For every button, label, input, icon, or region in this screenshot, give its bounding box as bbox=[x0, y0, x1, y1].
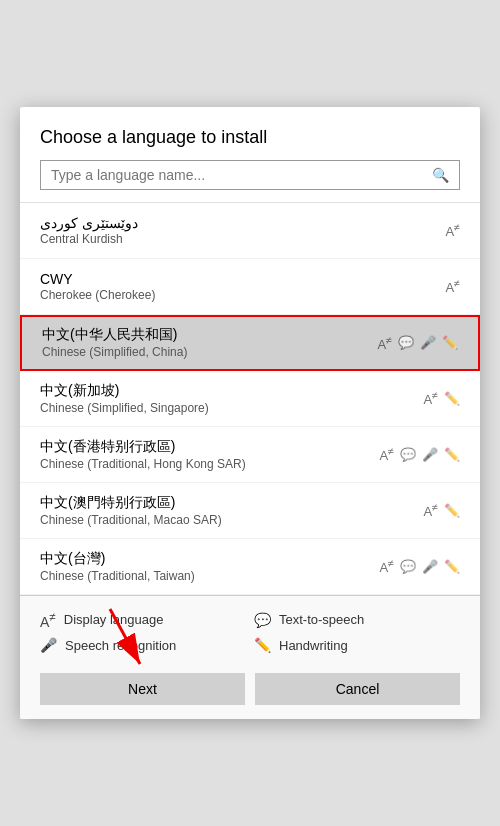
lang-name: CWY bbox=[40, 271, 445, 287]
legend-area: A≠ Display language 💬 Text-to-speech 🎤 S… bbox=[20, 595, 480, 664]
lang-text: 中文(澳門特别行政區) Chinese (Traditional, Macao … bbox=[40, 494, 423, 527]
legend-grid: A≠ Display language 💬 Text-to-speech 🎤 S… bbox=[40, 610, 460, 654]
speech-recognition-legend-icon: 🎤 bbox=[40, 637, 57, 653]
handwriting-icon: ✏️ bbox=[444, 391, 460, 406]
lang-text: 中文(台灣) Chinese (Traditional, Taiwan) bbox=[40, 550, 379, 583]
handwriting-label: Handwriting bbox=[279, 638, 348, 653]
lang-icons: A≠ 💬 🎤 ✏️ bbox=[379, 445, 460, 463]
lang-subname: Cherokee (Cherokee) bbox=[40, 288, 445, 302]
text-to-speech-icon: 💬 bbox=[400, 559, 416, 574]
lang-text: 中文(中华人民共和国) Chinese (Simplified, China) bbox=[42, 326, 377, 359]
list-item[interactable]: 中文(新加坡) Chinese (Simplified, Singapore) … bbox=[20, 371, 480, 427]
list-item[interactable]: 中文(澳門特别行政區) Chinese (Traditional, Macao … bbox=[20, 483, 480, 539]
speech-recognition-label: Speech recognition bbox=[65, 638, 176, 653]
lang-name: دوێستێری کوردی bbox=[40, 215, 445, 231]
display-language-icon: A≠ bbox=[445, 277, 460, 295]
handwriting-legend-icon: ✏️ bbox=[254, 637, 271, 653]
display-language-icon: A≠ bbox=[423, 389, 438, 407]
lang-name: 中文(台灣) bbox=[40, 550, 379, 568]
lang-subname: Central Kurdish bbox=[40, 232, 445, 246]
lang-text: 中文(香港特别行政區) Chinese (Traditional, Hong K… bbox=[40, 438, 379, 471]
text-to-speech-legend-icon: 💬 bbox=[254, 612, 271, 628]
lang-text: CWY Cherokee (Cherokee) bbox=[40, 271, 445, 302]
list-item[interactable]: CWY Cherokee (Cherokee) A≠ bbox=[20, 259, 480, 315]
lang-icons: A≠ 💬 🎤 ✏️ bbox=[379, 557, 460, 575]
list-item-selected[interactable]: 中文(中华人民共和国) Chinese (Simplified, China) … bbox=[20, 315, 480, 371]
search-box[interactable]: 🔍 bbox=[40, 160, 460, 190]
display-language-legend-icon: A≠ bbox=[40, 610, 56, 630]
lang-text: 中文(新加坡) Chinese (Simplified, Singapore) bbox=[40, 382, 423, 415]
lang-subname: Chinese (Traditional, Macao SAR) bbox=[40, 513, 423, 527]
handwriting-icon: ✏️ bbox=[444, 447, 460, 462]
language-list: دوێستێری کوردی Central Kurdish A≠ CWY Ch… bbox=[20, 202, 480, 595]
legend-display-language: A≠ Display language bbox=[40, 610, 246, 630]
list-item[interactable]: 中文(台灣) Chinese (Traditional, Taiwan) A≠ … bbox=[20, 539, 480, 595]
lang-subname: Chinese (Simplified, China) bbox=[42, 345, 377, 359]
lang-subname: Chinese (Traditional, Hong Kong SAR) bbox=[40, 457, 379, 471]
display-language-icon: A≠ bbox=[423, 501, 438, 519]
display-language-label: Display language bbox=[64, 612, 164, 627]
handwriting-icon: ✏️ bbox=[444, 559, 460, 574]
lang-icons: A≠ bbox=[445, 277, 460, 295]
language-install-dialog: Choose a language to install 🔍 دوێستێری … bbox=[20, 107, 480, 720]
button-row: Next Cancel bbox=[20, 663, 480, 719]
lang-name: 中文(澳門特别行政區) bbox=[40, 494, 423, 512]
text-to-speech-icon: 💬 bbox=[398, 335, 414, 350]
lang-subname: Chinese (Traditional, Taiwan) bbox=[40, 569, 379, 583]
list-item[interactable]: 中文(香港特别行政區) Chinese (Traditional, Hong K… bbox=[20, 427, 480, 483]
next-button[interactable]: Next bbox=[40, 673, 245, 705]
lang-icons: A≠ ✏️ bbox=[423, 501, 460, 519]
speech-recognition-icon: 🎤 bbox=[422, 447, 438, 462]
text-to-speech-label: Text-to-speech bbox=[279, 612, 364, 627]
dialog-title: Choose a language to install bbox=[40, 127, 460, 148]
lang-icons: A≠ ✏️ bbox=[423, 389, 460, 407]
display-language-icon: A≠ bbox=[379, 557, 394, 575]
legend-handwriting: ✏️ Handwriting bbox=[254, 637, 460, 653]
lang-name: 中文(中华人民共和国) bbox=[42, 326, 377, 344]
lang-subname: Chinese (Simplified, Singapore) bbox=[40, 401, 423, 415]
legend-speech-recognition: 🎤 Speech recognition bbox=[40, 637, 246, 653]
lang-icons: A≠ 💬 🎤 ✏️ bbox=[377, 334, 458, 352]
text-to-speech-icon: 💬 bbox=[400, 447, 416, 462]
list-item[interactable]: دوێستێری کوردی Central Kurdish A≠ bbox=[20, 203, 480, 259]
handwriting-icon: ✏️ bbox=[444, 503, 460, 518]
display-language-icon: A≠ bbox=[377, 334, 392, 352]
display-language-icon: A≠ bbox=[445, 221, 460, 239]
dialog-header: Choose a language to install 🔍 bbox=[20, 107, 480, 202]
lang-text: دوێستێری کوردی Central Kurdish bbox=[40, 215, 445, 246]
search-input[interactable] bbox=[51, 167, 432, 183]
speech-recognition-icon: 🎤 bbox=[422, 559, 438, 574]
lang-icons: A≠ bbox=[445, 221, 460, 239]
lang-name: 中文(新加坡) bbox=[40, 382, 423, 400]
lang-name: 中文(香港特别行政區) bbox=[40, 438, 379, 456]
cancel-button[interactable]: Cancel bbox=[255, 673, 460, 705]
search-icon: 🔍 bbox=[432, 167, 449, 183]
speech-recognition-icon: 🎤 bbox=[420, 335, 436, 350]
legend-text-to-speech: 💬 Text-to-speech bbox=[254, 610, 460, 630]
display-language-icon: A≠ bbox=[379, 445, 394, 463]
handwriting-icon: ✏️ bbox=[442, 335, 458, 350]
